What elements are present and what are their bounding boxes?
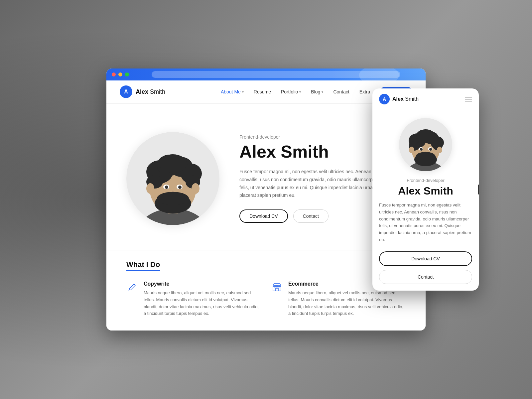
nav-link-resume[interactable]: Resume bbox=[254, 89, 271, 94]
mobile-logo[interactable]: A Alex Smith bbox=[379, 94, 419, 104]
svg-point-10 bbox=[159, 154, 187, 173]
service-copywrite-title: Copywrite bbox=[144, 281, 261, 287]
nav-link-extra[interactable]: Extra bbox=[359, 89, 370, 94]
svg-point-16 bbox=[157, 192, 189, 205]
mobile-hero-role: Frontend-developer bbox=[407, 178, 444, 183]
section-title: What I Do bbox=[126, 260, 160, 271]
browser-close-dot bbox=[112, 72, 116, 76]
service-copywrite-desc: Mauris neque libero, aliquet vel mollis … bbox=[144, 290, 261, 317]
mobile-logo-first: Alex bbox=[392, 96, 404, 102]
svg-point-41 bbox=[437, 147, 442, 153]
mobile-logo-last: Smith bbox=[405, 96, 419, 102]
service-copywrite-content: Copywrite Mauris neque libero, aliquet v… bbox=[144, 281, 261, 317]
logo-last-name: Smith bbox=[150, 88, 165, 95]
chevron-down-icon-3: ▾ bbox=[322, 90, 323, 94]
services-grid: Copywrite Mauris neque libero, aliquet v… bbox=[126, 281, 406, 317]
mobile-hero-section: Frontend-developer Alex Smith Fusce temp… bbox=[372, 110, 479, 291]
svg-point-40 bbox=[409, 147, 414, 153]
store-icon bbox=[271, 281, 283, 293]
mobile-contact-button[interactable]: Contact bbox=[379, 270, 472, 284]
mobile-hero-buttons: Download CV Contact bbox=[379, 251, 472, 284]
svg-point-36 bbox=[420, 148, 423, 151]
svg-point-13 bbox=[165, 186, 168, 189]
svg-point-14 bbox=[178, 186, 182, 189]
svg-point-39 bbox=[416, 152, 436, 161]
scene-container: A Alex Smith About Me ▾ Resume Portfolio… bbox=[106, 68, 426, 331]
mobile-avatar-svg bbox=[399, 118, 452, 171]
logo-first-name: Alex bbox=[136, 88, 148, 95]
browser-minimize-dot bbox=[118, 72, 122, 76]
hamburger-line-1 bbox=[465, 97, 472, 97]
hero-bio: Fusce tempor magna mi, non egestas velit… bbox=[239, 168, 379, 200]
logo-initial: A bbox=[124, 89, 128, 95]
browser-maximize-dot bbox=[125, 72, 129, 76]
svg-point-18 bbox=[192, 183, 200, 194]
download-cv-button[interactable]: Download CV bbox=[239, 209, 288, 223]
browser-chrome-bar bbox=[106, 68, 426, 80]
svg-point-37 bbox=[429, 148, 432, 151]
chevron-down-icon-2: ▾ bbox=[299, 90, 301, 94]
mobile-download-cv-button[interactable]: Download CV bbox=[379, 251, 472, 266]
mobile-logo-circle: A bbox=[379, 94, 390, 104]
mobile-avatar bbox=[399, 118, 452, 171]
service-ecommerce-desc: Mauris neque libero, aliquet vel mollis … bbox=[288, 290, 406, 317]
logo-circle: A bbox=[120, 85, 132, 98]
pen-icon bbox=[126, 281, 138, 293]
logo-name: Alex Smith bbox=[136, 88, 165, 95]
nav-link-about[interactable]: About Me ▾ bbox=[221, 89, 244, 94]
chevron-down-icon: ▾ bbox=[242, 90, 244, 94]
nav-link-contact[interactable]: Contact bbox=[333, 89, 349, 94]
mobile-navbar: A Alex Smith bbox=[372, 88, 479, 110]
mobile-sidebar-indicator bbox=[477, 185, 479, 195]
mobile-logo-name: Alex Smith bbox=[392, 96, 419, 102]
mobile-logo-initial: A bbox=[383, 96, 386, 102]
svg-point-33 bbox=[416, 129, 435, 141]
desktop-logo[interactable]: A Alex Smith bbox=[120, 85, 165, 98]
svg-point-17 bbox=[146, 183, 154, 194]
service-copywrite: Copywrite Mauris neque libero, aliquet v… bbox=[126, 281, 261, 317]
nav-link-portfolio[interactable]: Portfolio ▾ bbox=[281, 89, 301, 94]
contact-button[interactable]: Contact bbox=[293, 209, 329, 223]
hero-avatar bbox=[126, 132, 219, 225]
hamburger-line-2 bbox=[465, 99, 472, 99]
mobile-mockup: A Alex Smith bbox=[372, 88, 479, 291]
hamburger-line-3 bbox=[465, 101, 472, 101]
sidebar-indicator-line bbox=[478, 185, 479, 195]
mobile-hero-name: Alex Smith bbox=[398, 185, 453, 197]
hamburger-menu-button[interactable] bbox=[465, 97, 472, 101]
mobile-hero-bio: Fusce tempor magna mi, non egestas velit… bbox=[379, 202, 472, 243]
nav-link-blog[interactable]: Blog ▾ bbox=[311, 89, 323, 94]
hero-avatar-svg bbox=[126, 132, 219, 225]
